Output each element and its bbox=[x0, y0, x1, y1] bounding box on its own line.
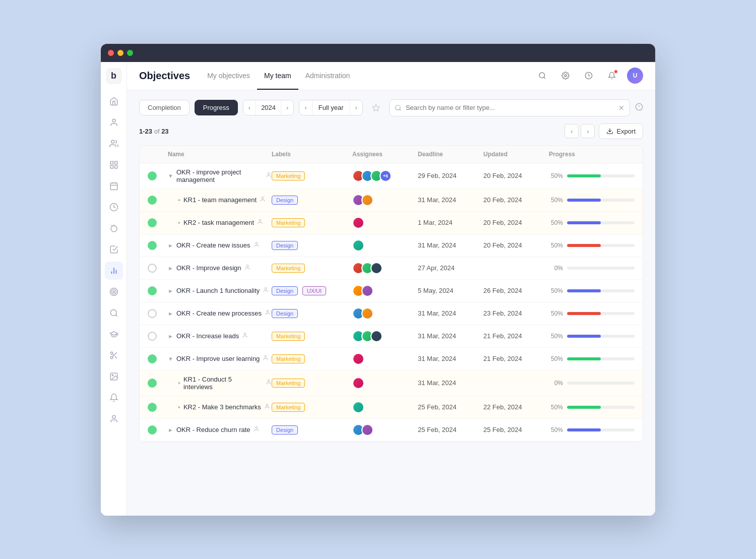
maximize-dot[interactable] bbox=[127, 50, 133, 56]
row-deadline: 5 May, 2024 bbox=[418, 287, 483, 294]
notification-icon-btn[interactable] bbox=[604, 68, 620, 84]
svg-point-32 bbox=[564, 75, 566, 77]
label-marketing[interactable]: Marketing bbox=[272, 354, 305, 363]
label-marketing[interactable]: Marketing bbox=[272, 171, 305, 180]
table-row: • KR2 - Make 3 benchmarks Marketing bbox=[140, 396, 643, 419]
label-design[interactable]: Design bbox=[272, 425, 298, 434]
chevron-right-icon[interactable]: ► bbox=[168, 242, 173, 249]
sidebar-item-person[interactable] bbox=[105, 113, 123, 132]
col-labels: Labels bbox=[272, 151, 352, 158]
svg-point-18 bbox=[111, 289, 116, 294]
info-btn[interactable] bbox=[635, 103, 643, 112]
progress-fill bbox=[567, 335, 601, 338]
favorite-btn[interactable] bbox=[368, 100, 384, 116]
sidebar-item-analytics[interactable] bbox=[105, 262, 123, 280]
next-page-btn[interactable]: › bbox=[581, 124, 595, 138]
row-status bbox=[148, 286, 168, 295]
label-design[interactable]: Design bbox=[272, 309, 298, 318]
progress-pct: 50% bbox=[549, 287, 563, 294]
sidebar-item-search2[interactable] bbox=[105, 304, 123, 322]
status-circle bbox=[148, 354, 157, 363]
progress-view-btn[interactable]: Progress bbox=[195, 100, 238, 115]
progress-fill bbox=[567, 221, 601, 224]
user-avatar-btn[interactable]: U bbox=[627, 68, 643, 84]
col-progress: Progress bbox=[549, 151, 635, 158]
export-btn[interactable]: Export bbox=[599, 123, 643, 139]
tab-my-team[interactable]: My team bbox=[257, 63, 298, 90]
sidebar-item-home[interactable] bbox=[105, 92, 123, 110]
sidebar-item-team[interactable] bbox=[105, 135, 123, 153]
label-marketing[interactable]: Marketing bbox=[272, 264, 305, 273]
row-status bbox=[148, 218, 168, 227]
logo[interactable]: b bbox=[106, 68, 122, 84]
search-clear-btn[interactable]: ✕ bbox=[618, 104, 624, 112]
chevron-down-icon[interactable]: ▼ bbox=[168, 356, 173, 362]
sidebar-item-calendar[interactable] bbox=[105, 177, 123, 195]
tab-my-objectives[interactable]: My objectives bbox=[200, 63, 257, 90]
progress-fill bbox=[567, 244, 601, 247]
row-deadline: 25 Feb, 2024 bbox=[418, 426, 483, 433]
label-uxui[interactable]: UX/UI bbox=[302, 286, 326, 295]
label-marketing[interactable]: Marketing bbox=[272, 403, 305, 412]
table-row: ▼ OKR - Improve user learning Marketing bbox=[140, 348, 643, 370]
row-deadline: 29 Feb, 2024 bbox=[418, 172, 483, 179]
row-name-text: OKR - Reduce churn rate bbox=[176, 426, 250, 433]
label-marketing[interactable]: Marketing bbox=[272, 218, 305, 227]
label-design[interactable]: Design bbox=[272, 241, 298, 250]
chevron-right-icon[interactable]: ► bbox=[168, 310, 173, 317]
row-updated: 20 Feb, 2024 bbox=[483, 196, 549, 204]
row-status bbox=[148, 403, 168, 412]
row-updated: 20 Feb, 2024 bbox=[483, 219, 549, 226]
sidebar-item-scissors[interactable] bbox=[105, 346, 123, 364]
sidebar-item-chart[interactable] bbox=[105, 156, 123, 174]
search-input[interactable] bbox=[406, 104, 614, 111]
sidebar-item-target[interactable] bbox=[105, 283, 123, 301]
row-name-text: OKR - improve project management bbox=[176, 168, 263, 183]
row-updated: 25 Feb, 2024 bbox=[483, 426, 549, 433]
row-name: • KR1 - Conduct 5 interviews bbox=[168, 376, 272, 391]
prev-page-btn[interactable]: ‹ bbox=[564, 124, 579, 138]
settings-icon-btn[interactable] bbox=[557, 68, 574, 84]
progress-bar bbox=[567, 406, 635, 409]
row-progress: 0% bbox=[549, 380, 635, 387]
chevron-right-icon[interactable]: ► bbox=[168, 288, 173, 294]
close-dot[interactable] bbox=[108, 50, 114, 56]
sidebar-item-image[interactable] bbox=[105, 367, 123, 386]
tab-administration[interactable]: Administration bbox=[298, 63, 357, 90]
period-next-btn[interactable]: › bbox=[350, 100, 362, 115]
sidebar-item-alert[interactable] bbox=[105, 389, 123, 407]
svg-point-28 bbox=[112, 375, 113, 376]
year-prev-btn[interactable]: ‹ bbox=[243, 100, 256, 115]
label-design[interactable]: Design bbox=[272, 196, 298, 205]
chevron-down-icon[interactable]: ▼ bbox=[168, 173, 173, 179]
sidebar-item-user2[interactable] bbox=[105, 410, 123, 428]
sidebar-item-cap[interactable] bbox=[105, 325, 123, 343]
chevron-right-icon[interactable]: ► bbox=[168, 427, 173, 433]
history-icon-btn[interactable] bbox=[581, 68, 597, 84]
completion-view-btn[interactable]: Completion bbox=[139, 100, 190, 115]
row-assignees bbox=[352, 377, 418, 389]
row-status bbox=[148, 354, 168, 363]
progress-bar bbox=[567, 428, 635, 431]
year-next-btn[interactable]: › bbox=[281, 100, 293, 115]
svg-rect-6 bbox=[110, 183, 117, 190]
svg-marker-34 bbox=[372, 104, 379, 111]
minimize-dot[interactable] bbox=[117, 50, 123, 56]
sidebar-item-check[interactable] bbox=[105, 240, 123, 259]
table-row: • KR1 - team management Design bbox=[140, 189, 643, 212]
label-marketing[interactable]: Marketing bbox=[272, 332, 305, 341]
sidebar-item-timer[interactable] bbox=[105, 219, 123, 237]
progress-pct: 50% bbox=[549, 242, 563, 249]
row-assignees bbox=[352, 353, 418, 365]
label-marketing[interactable]: Marketing bbox=[272, 379, 305, 388]
period-prev-btn[interactable]: ‹ bbox=[299, 100, 311, 115]
chevron-right-icon[interactable]: ► bbox=[168, 265, 173, 271]
row-progress: 50% bbox=[549, 355, 635, 362]
search-bar[interactable]: ✕ bbox=[389, 99, 630, 116]
row-assignees bbox=[352, 307, 418, 320]
label-design[interactable]: Design bbox=[272, 286, 298, 295]
chevron-right-icon[interactable]: ► bbox=[168, 333, 173, 339]
sidebar-item-clock[interactable] bbox=[105, 198, 123, 216]
search-icon-btn[interactable] bbox=[534, 68, 550, 84]
row-deadline: 31 Mar, 2024 bbox=[418, 332, 483, 340]
